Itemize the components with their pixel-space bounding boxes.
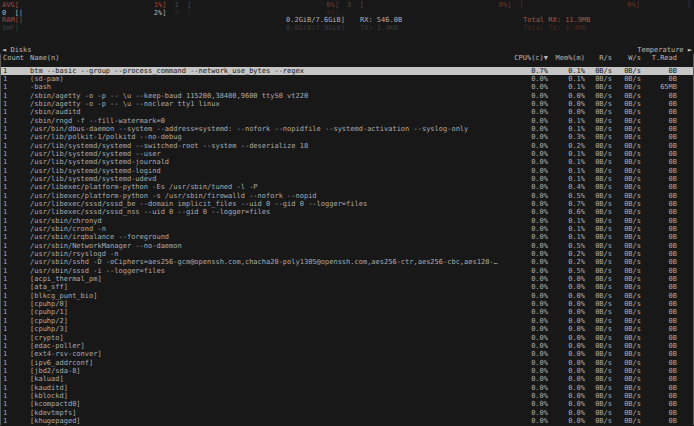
process-row[interactable]: 1[blkcg_punt_bio]0.0%0.0%0B/s0B/s0B [1, 292, 693, 300]
process-table: Count Name(n) CPU%(c)▼ Mem%(m) R/s W/s T… [0, 54, 694, 425]
process-row[interactable]: 1-bash0.0%0.1%0B/s0B/s65MB [1, 83, 693, 91]
process-row[interactable]: 1/usr/libexec/sssd/sssd_be --domain impl… [1, 200, 693, 208]
process-row[interactable]: 1btm --basic --group --process_command -… [1, 67, 693, 75]
process-count: 1 [3, 342, 30, 350]
process-row[interactable]: 1/usr/sbin/sssd -i --logger=files0.0%0.5… [1, 267, 693, 275]
process-cpu: 0.0% [506, 375, 548, 383]
process-row[interactable]: 1/usr/libexec/sssd/sssd_nss --uid 0 --gi… [1, 208, 693, 216]
process-write-per-sec: 0B/s [612, 133, 641, 141]
nav-temperature[interactable]: Temperature ► [637, 46, 692, 54]
process-mem: 0.5% [548, 192, 585, 200]
process-row[interactable]: 1[crypto]0.0%0.0%0B/s0B/s0B [1, 334, 693, 342]
process-row[interactable]: 1[kauditd]0.0%0.0%0B/s0B/s0B [1, 384, 693, 392]
process-read-per-sec: 0B/s [585, 183, 612, 191]
process-read-per-sec: 0B/s [585, 133, 612, 141]
process-row[interactable]: 1/sbin/agetty -o -p -- \u --keep-baud 11… [1, 92, 693, 100]
process-write-per-sec: 0B/s [612, 325, 641, 333]
process-count: 1 [3, 217, 30, 225]
process-row[interactable]: 1/usr/lib/polkit-1/polkitd --no-debug0.0… [1, 133, 693, 141]
process-row[interactable]: 1/usr/bin/dbus-daemon --system --address… [1, 125, 693, 133]
process-mem: 0.4% [548, 183, 585, 191]
process-total-read: 0B [641, 250, 677, 258]
nav-disks[interactable]: ◄ Disks [2, 46, 32, 54]
process-row[interactable]: 1[cpuhp/0]0.0%0.0%0B/s0B/s0B [1, 300, 693, 308]
process-row[interactable]: 1/sbin/rngd -f --fill-watermark=00.0%0.1… [1, 117, 693, 125]
process-row[interactable]: 1[jbd2/sda-8]0.0%0.0%0B/s0B/s0B [1, 367, 693, 375]
header-total-read[interactable]: T.Read [641, 54, 677, 62]
process-mem: 0.0% [548, 300, 585, 308]
process-mem: 0.0% [548, 275, 585, 283]
process-row[interactable]: 1[kcompactd0]0.0%0.0%0B/s0B/s0B [1, 400, 693, 408]
process-read-per-sec: 0B/s [585, 108, 612, 116]
process-mem: 0.6% [548, 208, 585, 216]
process-read-per-sec: 0B/s [585, 367, 612, 375]
process-row[interactable]: 1[edac-poller]0.0%0.0%0B/s0B/s0B [1, 342, 693, 350]
process-write-per-sec: 0B/s [612, 142, 641, 150]
process-row[interactable]: 1/sbin/agetty -o -p -- \u --noclear tty1… [1, 100, 693, 108]
process-mem: 0.1% [548, 225, 585, 233]
process-name: [khugepaged] [30, 417, 506, 425]
header-write-per-sec[interactable]: W/s [612, 54, 641, 62]
process-row[interactable]: 1/usr/lib/systemd/systemd-logind0.0%0.1%… [1, 167, 693, 175]
process-row[interactable]: 1(sd-pam)0.0%0.1%0B/s0B/s0B [1, 75, 693, 83]
process-row[interactable]: 1/usr/libexec/platform-python -Es /usr/s… [1, 183, 693, 191]
process-row[interactable]: 1[cpuhp/2]0.0%0.0%0B/s0B/s0B [1, 317, 693, 325]
process-row[interactable]: 1/sbin/auditd0.0%0.0%0B/s0B/s0B [1, 108, 693, 116]
process-read-per-sec: 0B/s [585, 334, 612, 342]
process-name: /usr/sbin/chronyd [30, 217, 506, 225]
process-read-per-sec: 0B/s [585, 392, 612, 400]
process-row[interactable]: 1/usr/sbin/chronyd0.0%0.1%0B/s0B/s0B [1, 217, 693, 225]
process-row[interactable]: 1[ext4-rsv-conver]0.0%0.0%0B/s0B/s0B [1, 350, 693, 358]
process-read-per-sec: 0B/s [585, 283, 612, 291]
header-mem[interactable]: Mem%(m) [548, 54, 585, 62]
process-row[interactable]: 1[khugepaged]0.0%0.0%0B/s0B/s0B [1, 417, 693, 425]
process-row[interactable]: 1/usr/sbin/rsyslogd -n0.0%0.2%0B/s0B/s0B [1, 250, 693, 258]
process-name: /sbin/rngd -f --fill-watermark=0 [30, 117, 506, 125]
process-row[interactable]: 1[acpi_thermal_pm]0.0%0.0%0B/s0B/s0B [1, 275, 693, 283]
process-write-per-sec: 0B/s [612, 200, 641, 208]
nav-temperature-label: Temperature [637, 46, 683, 54]
process-row[interactable]: 1/usr/lib/systemd/systemd-journald0.0%0.… [1, 158, 693, 166]
process-read-per-sec: 0B/s [585, 242, 612, 250]
process-row[interactable]: 1/usr/libexec/platform-python -s /usr/sb… [1, 192, 693, 200]
process-row[interactable]: 1/usr/sbin/irqbalance --foreground0.0%0.… [1, 233, 693, 241]
process-count: 1 [3, 233, 30, 241]
process-cpu: 0.0% [506, 308, 548, 316]
process-row[interactable]: 1/usr/sbin/sshd -D -oCiphers=aes256-gcm@… [1, 258, 693, 266]
process-mem: 0.1% [548, 150, 585, 158]
process-row[interactable]: 1[kaluad]0.0%0.0%0B/s0B/s0B [1, 375, 693, 383]
process-name: [cpuhp/1] [30, 308, 506, 316]
process-count: 1 [3, 250, 30, 258]
process-write-per-sec: 0B/s [612, 108, 641, 116]
process-total-read: 0B [641, 375, 677, 383]
process-row[interactable]: 1[kdevtmpfs]0.0%0.0%0B/s0B/s0B [1, 409, 693, 417]
process-row[interactable]: 1[ata_sff]0.0%0.0%0B/s0B/s0B [1, 283, 693, 291]
process-count: 1 [3, 200, 30, 208]
process-read-per-sec: 0B/s [585, 67, 612, 75]
process-total-read: 0B [641, 400, 677, 408]
process-mem: 0.0% [548, 384, 585, 392]
process-read-per-sec: 0B/s [585, 75, 612, 83]
process-total-read: 0B [641, 175, 677, 183]
header-count[interactable]: Count [3, 54, 30, 62]
process-name: [jbd2/sda-8] [30, 367, 506, 375]
process-row[interactable]: 1/usr/lib/systemd/systemd-udevd0.0%0.1%0… [1, 175, 693, 183]
process-row[interactable]: 1[ipv6_addrconf]0.0%0.0%0B/s0B/s0B [1, 359, 693, 367]
process-mem: 0.1% [548, 167, 585, 175]
header-read-per-sec[interactable]: R/s [585, 54, 612, 62]
process-row[interactable]: 1[kblockd]0.0%0.0%0B/s0B/s0B [1, 392, 693, 400]
process-write-per-sec: 0B/s [612, 409, 641, 417]
header-name[interactable]: Name(n) [30, 54, 506, 62]
process-cpu: 0.0% [506, 342, 548, 350]
process-count: 1 [3, 292, 30, 300]
process-name: [cpuhp/0] [30, 300, 506, 308]
process-row[interactable]: 1/usr/lib/systemd/systemd --user0.0%0.1%… [1, 150, 693, 158]
process-row[interactable]: 1/usr/sbin/NetworkManager --no-daemon0.0… [1, 242, 693, 250]
process-row[interactable]: 1[cpuhp/3]0.0%0.0%0B/s0B/s0B [1, 325, 693, 333]
process-row[interactable]: 1/usr/lib/systemd/systemd --switched-roo… [1, 142, 693, 150]
header-cpu-sorted[interactable]: CPU%(c)▼ [506, 54, 548, 62]
process-row[interactable]: 1[cpuhp/1]0.0%0.0%0B/s0B/s0B [1, 308, 693, 316]
process-row[interactable]: 1/usr/sbin/crond -n0.0%0.1%0B/s0B/s0B [1, 225, 693, 233]
process-total-read: 0B [641, 183, 677, 191]
process-cpu: 0.0% [506, 250, 548, 258]
